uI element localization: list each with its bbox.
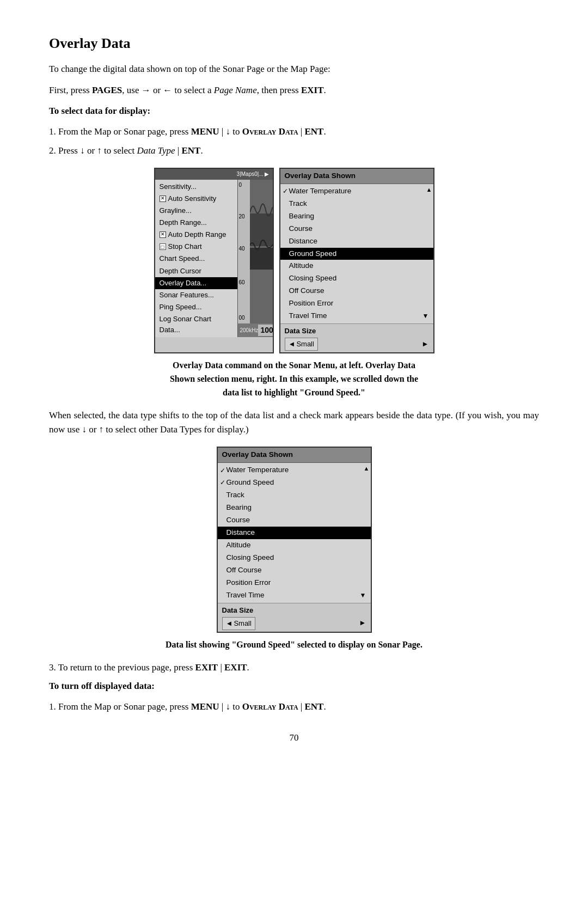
overlay-item-distance-1: Distance (280, 235, 433, 248)
data-size-right-arrow-1: ► (421, 339, 428, 350)
checkbox-auto-sensitivity (160, 196, 166, 202)
overlay-item-track-1: Track (280, 198, 433, 210)
depth-60: 60 (239, 278, 249, 287)
sonar-item-depth-cursor: Depth Cursor (155, 265, 237, 277)
body-paragraph: When selected, the data type shifts to t… (49, 408, 539, 437)
data-size-right-arrow-2: ► (359, 618, 366, 629)
sonar-menu-body: Sensitivity... Auto Sensitivity Grayline… (155, 180, 273, 338)
overlay-item-ground-speed-2: ✓ Ground Speed (218, 477, 371, 489)
data-size-value-1: Small (296, 339, 314, 350)
label-altitude-1: Altitude (289, 260, 314, 272)
overlay-item-track-2: Track (218, 489, 371, 502)
label-distance-2: Distance (226, 527, 255, 539)
data-size-left-btn-1[interactable]: ◄ Small (285, 338, 318, 351)
sonar-item-sonar-features: Sonar Features... (155, 289, 237, 301)
data-size-value-2: Small (234, 618, 252, 629)
overlay-item-bearing-1: Bearing (280, 210, 433, 223)
label-position-error-1: Position Error (289, 298, 334, 309)
overlay-footer-2: Data Size ◄ Small ► (218, 603, 371, 632)
overlay-item-closing-speed-2: Closing Speed (218, 552, 371, 564)
label-closing-speed-1: Closing Speed (289, 273, 337, 284)
sonar-range-number: 100 (258, 325, 272, 337)
data-size-left-btn-2[interactable]: ◄ Small (222, 617, 255, 630)
label-bearing-1: Bearing (289, 211, 315, 222)
overlay-panel-2: Overlay Data Shown ✓ Water Temperature ✓… (217, 447, 372, 632)
overlay-item-distance-2: Distance (218, 527, 371, 539)
section1-label: To select data for display: (49, 104, 539, 118)
overlay-item-ground-speed-1: Ground Speed (280, 248, 433, 260)
checkbox-stop-chart: □ (160, 243, 166, 250)
overlay-header-1: Overlay Data Shown (280, 169, 433, 184)
overlay-panel-1: Overlay Data Shown ✓ Water Temperature T… (279, 168, 434, 353)
page-title: Overlay Data (49, 33, 539, 54)
overlay-item-water-temp-2: ✓ Water Temperature (218, 464, 371, 477)
sonar-item-stop-chart: □Stop Chart (155, 241, 237, 253)
svg-rect-2 (250, 248, 273, 270)
sonar-menu-screenshot: 3|Maps0|... ▶ Sensitivity... Auto Sensit… (154, 168, 274, 353)
check-ground-speed-2: ✓ (220, 478, 225, 488)
data-size-label-1: Data Size (285, 326, 429, 337)
sonar-item-ping-speed: Ping Speed... (155, 301, 237, 313)
overlay-item-course-1: Course (280, 223, 433, 235)
scrollbar-down-arrow-1: ▼ (422, 311, 429, 321)
label-track-1: Track (289, 198, 307, 210)
overlay-item-position-error-2: Position Error (218, 577, 371, 589)
label-distance-1: Distance (289, 236, 318, 247)
sonar-data-visual: 2× 4× (250, 180, 273, 323)
label-off-course-1: Off Course (289, 285, 324, 297)
label-travel-time-1: Travel Time (289, 310, 327, 322)
sonar-image: 0 20 40 60 00 2× 4× (237, 180, 273, 338)
sonar-depth-numbers: 0 20 40 60 00 (238, 180, 250, 323)
label-closing-speed-2: Closing Speed (226, 552, 274, 564)
sonar-echo-svg (250, 180, 273, 323)
label-off-course-2: Off Course (226, 565, 262, 576)
left-arrow-icon-1: ◄ (289, 339, 296, 350)
overlay-item-altitude-2: Altitude (218, 539, 371, 552)
overlay-header-2: Overlay Data Shown (218, 448, 371, 463)
scrollbar-up-arrow-2: ▲ (364, 464, 370, 473)
sonar-depth-col: 0 20 40 60 00 2× 4× (238, 180, 273, 323)
caption1: Overlay Data command on the Sonar Menu, … (103, 359, 485, 399)
check-water-temp-1: ✓ (283, 186, 288, 197)
section2-label: To turn off displayed data: (49, 679, 539, 693)
depth-00: 00 (239, 314, 249, 322)
sonar-item-grayline: Grayline... (155, 205, 237, 217)
overlay-item-bearing-2: Bearing (218, 502, 371, 514)
label-position-error-2: Position Error (226, 577, 271, 589)
screenshot-single: Overlay Data Shown ✓ Water Temperature ✓… (49, 447, 539, 632)
caption1-line1: Overlay Data command on the Sonar Menu, … (173, 361, 415, 370)
label-travel-time-2: Travel Time (226, 590, 265, 601)
sonar-item-auto-sensitivity: Auto Sensitivity (155, 193, 237, 205)
left-arrow-icon-2: ◄ (226, 618, 233, 629)
overlay-item-travel-time-2: Travel Time ▼ (218, 589, 371, 602)
scrollbar-up-arrow-1: ▲ (426, 185, 432, 194)
overlay-item-closing-speed-1: Closing Speed (280, 272, 433, 285)
sonar-item-log-sonar: Log Sonar Chart Data... (155, 313, 237, 336)
label-water-temp-2: Water Temperature (226, 465, 289, 476)
data-size-label-2: Data Size (222, 605, 366, 616)
check-water-temp-2: ✓ (220, 466, 225, 476)
checkbox-auto-depth (160, 231, 166, 238)
label-altitude-2: Altitude (226, 540, 251, 551)
sonar-menu-header: 3|Maps0|... ▶ (155, 169, 273, 180)
step4: 1. From the Map or Sonar page, press MEN… (49, 700, 539, 714)
depth-40: 40 (239, 245, 249, 253)
label-bearing-2: Bearing (226, 502, 252, 514)
sonar-item-sensitivity: Sensitivity... (155, 181, 237, 193)
caption1-line3: data list to highlight "Ground Speed." (223, 388, 365, 397)
label-water-temp-1: Water Temperature (289, 186, 352, 197)
overlay-item-course-2: Course (218, 514, 371, 527)
sonar-item-overlay-data: Overlay Data... (155, 277, 237, 289)
overlay-list-1: ✓ Water Temperature Track Bearing Course… (280, 184, 433, 323)
caption2-text: Data list showing "Ground Speed" selecte… (166, 640, 422, 649)
depth-0: 0 (239, 181, 249, 190)
overlay-item-water-temp-1: ✓ Water Temperature (280, 185, 433, 198)
page-number: 70 (49, 731, 539, 745)
label-course-2: Course (226, 515, 250, 526)
data-size-row-2: ◄ Small ► (222, 617, 366, 630)
step1: 1. From the Map or Sonar page, press MEN… (49, 125, 539, 139)
overlay-item-off-course-1: Off Course (280, 285, 433, 297)
overlay-item-off-course-2: Off Course (218, 564, 371, 577)
first-instruction: First, press PAGES, use → or ← to select… (49, 83, 539, 97)
overlay-item-travel-time-1: Travel Time ▼ (280, 310, 433, 322)
